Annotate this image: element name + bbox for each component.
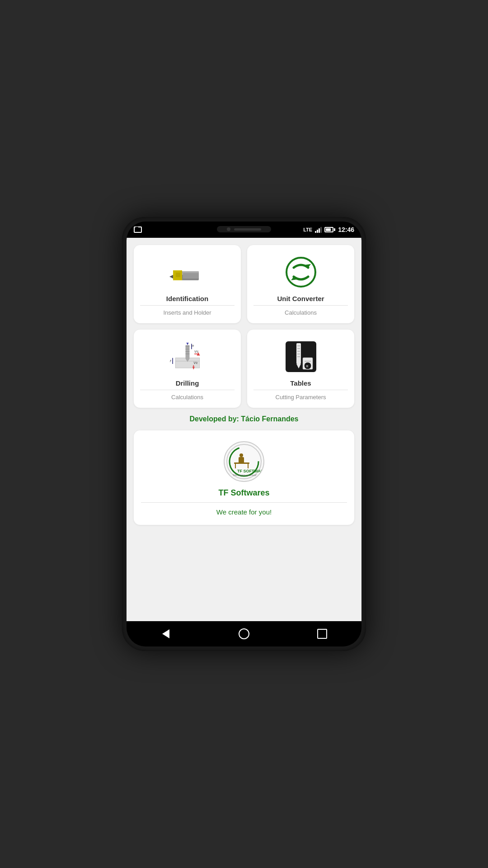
svg-marker-13: [185, 345, 189, 362]
company-divider: [141, 502, 347, 503]
drilling-title: Drilling: [176, 379, 199, 387]
signal-icon: [315, 226, 322, 233]
drilling-subtitle: Calculations: [171, 394, 203, 401]
identification-subtitle: Inserts and Holder: [163, 309, 211, 316]
svg-text:f: f: [169, 359, 171, 363]
back-button[interactable]: [152, 625, 179, 643]
svg-rect-4: [183, 273, 199, 278]
status-left: [134, 226, 144, 233]
identification-card[interactable]: Identification Inserts and Holder: [134, 245, 241, 323]
tables-divider: [253, 390, 348, 390]
svg-rect-30: [296, 343, 301, 364]
tables-title: Tables: [290, 379, 311, 387]
battery-icon: [324, 227, 335, 232]
svg-point-8: [286, 258, 315, 287]
developer-label: Developed by: Tácio Fernandes: [134, 413, 354, 425]
clock: 12:46: [338, 226, 354, 233]
identification-title: Identification: [166, 295, 208, 302]
tables-icon-area: ≡: [283, 339, 319, 375]
svg-rect-48: [234, 462, 249, 464]
svg-rect-6: [176, 273, 180, 277]
phone-screen: LTE 12:46: [127, 222, 361, 646]
tables-card[interactable]: ≡ Tables Cutting Parameters: [247, 330, 354, 408]
main-content: Identification Inserts and Holder: [127, 238, 361, 621]
svg-text:"Nós criamos para você": "Nós criamos para você": [232, 474, 257, 476]
tf-softwares-logo: TF SOFTWARES "Nós criamos para você": [226, 443, 262, 480]
svg-marker-25: [186, 342, 188, 344]
unit-converter-card[interactable]: Unit Converter Calculations: [247, 245, 354, 323]
svg-text:n: n: [192, 343, 194, 347]
camera: [227, 227, 230, 231]
status-right: LTE 12:46: [303, 226, 354, 233]
svg-text:Vc: Vc: [194, 349, 198, 354]
svg-text:TF SOFTWARES: TF SOFTWARES: [237, 469, 262, 473]
drilling-card[interactable]: Vc n f Vc Drilling: [134, 330, 241, 408]
cards-grid: Identification Inserts and Holder: [134, 245, 354, 408]
sim-icon: [134, 226, 142, 233]
tables-icon: ≡: [285, 340, 317, 373]
company-tagline: We create for you!: [216, 508, 272, 516]
drilling-icon-area: Vc n f Vc: [169, 339, 206, 375]
svg-marker-7: [169, 275, 173, 278]
speaker: [234, 228, 261, 231]
company-name: TF Softwares: [218, 488, 269, 498]
cutting-tool-icon: [169, 258, 206, 287]
unit-converter-divider: [253, 305, 348, 306]
lte-icon: LTE: [303, 227, 312, 232]
unit-converter-title: Unit Converter: [277, 295, 324, 302]
nav-bar: [127, 621, 361, 646]
svg-text:≡: ≡: [306, 364, 308, 368]
identification-divider: [140, 305, 235, 306]
svg-rect-50: [248, 464, 249, 468]
tables-subtitle: Cutting Parameters: [276, 394, 326, 401]
company-card: TF SOFTWARES "Nós criamos para você" TF …: [134, 430, 354, 525]
unit-converter-icon-area: [283, 254, 319, 290]
recent-button[interactable]: [309, 625, 336, 643]
phone-top-bar: [217, 226, 271, 232]
svg-rect-47: [239, 457, 244, 463]
company-logo: TF SOFTWARES "Nós criamos para você": [224, 441, 264, 482]
svg-text:Vc: Vc: [193, 361, 197, 365]
unit-converter-subtitle: Calculations: [285, 309, 317, 316]
svg-rect-46: [239, 453, 243, 457]
identification-icon-area: [169, 254, 206, 290]
svg-rect-49: [235, 464, 236, 468]
drilling-icon: Vc n f Vc: [169, 340, 206, 374]
drilling-divider: [140, 390, 235, 390]
phone-frame: LTE 12:46: [122, 217, 366, 651]
home-button[interactable]: [230, 625, 258, 643]
unit-converter-icon: [285, 256, 317, 288]
